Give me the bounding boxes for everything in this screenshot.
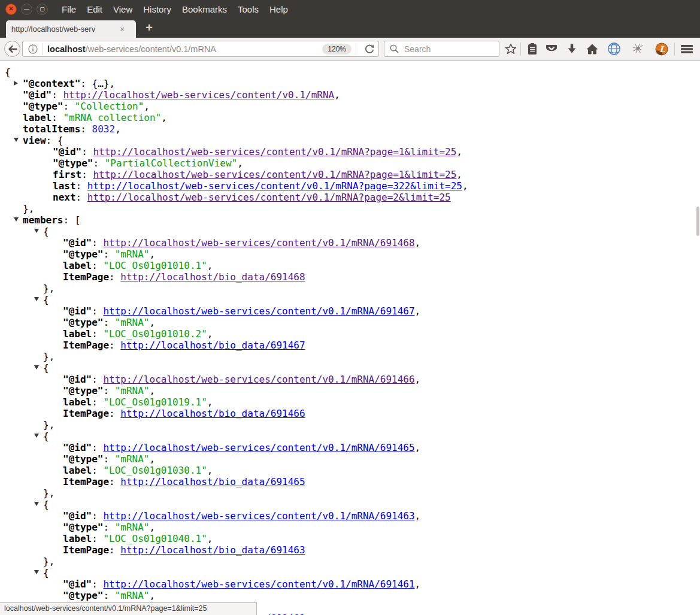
- json-string: "mRNA": [115, 453, 150, 465]
- menu-button[interactable]: [679, 41, 695, 57]
- zoom-level-badge[interactable]: 120%: [322, 44, 351, 54]
- home-button[interactable]: [584, 41, 600, 57]
- json-punct: :: [92, 260, 103, 271]
- collapse-toggle-icon[interactable]: [14, 138, 19, 142]
- reload-button[interactable]: [364, 44, 375, 54]
- collapse-toggle-icon[interactable]: [34, 502, 39, 506]
- json-line: },: [0, 419, 700, 431]
- json-line: {: [0, 362, 700, 374]
- new-tab-button[interactable]: +: [142, 20, 156, 35]
- menu-icon: [680, 43, 693, 56]
- collapse-toggle-icon[interactable]: [34, 365, 39, 369]
- json-punct: {: [43, 362, 49, 374]
- json-line: label: "LOC_Os01g01040.1",: [0, 533, 700, 544]
- menu-item-tools[interactable]: Tools: [238, 4, 259, 14]
- pocket-button[interactable]: [544, 41, 559, 57]
- json-line: "@type": "mRNA",: [0, 453, 700, 465]
- json-link[interactable]: http://localhost/bio_data/691463: [120, 544, 305, 556]
- json-line: "@id": http://localhost/web-services/con…: [0, 146, 700, 157]
- json-viewer: {"@context": {…},"@id": http://localhost…: [0, 61, 700, 615]
- json-link[interactable]: http://localhost/web-services/content/v0…: [87, 180, 462, 192]
- json-link[interactable]: http://localhost/web-services/content/v0…: [103, 442, 414, 453]
- search-icon: [389, 44, 399, 54]
- json-line: },: [0, 487, 700, 499]
- json-punct: :: [92, 510, 103, 522]
- json-key: next: [53, 192, 76, 203]
- menu-item-file[interactable]: File: [62, 4, 76, 14]
- menu-item-view[interactable]: View: [113, 4, 132, 14]
- collapse-toggle-icon[interactable]: [34, 229, 39, 233]
- url-text[interactable]: localhost/web-services/content/v0.1/mRNA: [47, 44, 319, 54]
- json-link[interactable]: http://localhost/web-services/content/v0…: [103, 510, 414, 522]
- json-link[interactable]: http://localhost/bio_data/691468: [120, 271, 305, 283]
- minimize-button[interactable]: —: [21, 4, 32, 15]
- home-icon: [586, 43, 599, 56]
- json-key: "@type": [63, 385, 103, 396]
- json-punct: : {: [46, 135, 63, 146]
- json-link[interactable]: http://localhost/web-services/content/v0…: [93, 146, 456, 157]
- json-punct: ,: [150, 249, 156, 260]
- json-key: label: [63, 328, 92, 340]
- menu-item-help[interactable]: Help: [269, 4, 288, 14]
- status-bar-link-tooltip: localhost/web-services/content/v0.1/mRNA…: [0, 602, 257, 615]
- json-punct: :: [76, 180, 87, 192]
- menu-item-edit[interactable]: Edit: [87, 4, 102, 14]
- maximize-button[interactable]: ▢: [37, 4, 48, 15]
- collapse-toggle-icon[interactable]: [34, 297, 39, 301]
- json-line: first: http://localhost/web-services/con…: [0, 169, 700, 180]
- collapse-toggle-icon[interactable]: [14, 217, 19, 222]
- json-link[interactable]: http://localhost/web-services/content/v0…: [103, 237, 414, 249]
- json-string: "mRNA": [115, 590, 150, 601]
- json-punct: :: [92, 374, 103, 385]
- json-line: "@id": http://localhost/web-services/con…: [0, 89, 700, 101]
- json-punct: :: [81, 169, 93, 180]
- menu-bar: FileEditViewHistoryBookmarksToolsHelp: [62, 4, 288, 14]
- json-line: next: http://localhost/web-services/cont…: [0, 192, 700, 203]
- json-link[interactable]: http://localhost/bio_data/691467: [120, 340, 305, 351]
- back-icon: [7, 44, 19, 54]
- json-line: ItemPage: http://localhost/bio_data/6914…: [0, 408, 700, 419]
- json-number: 8032: [92, 123, 116, 135]
- json-link[interactable]: http://localhost/web-services/content/v0…: [63, 89, 334, 101]
- json-string: "LOC_Os01g01040.1": [103, 533, 207, 544]
- scrollbar-thumb[interactable]: [696, 207, 699, 236]
- tab-close-icon[interactable]: ×: [120, 25, 125, 34]
- json-line: },: [0, 203, 700, 214]
- close-button[interactable]: ✕: [5, 4, 17, 15]
- json-link[interactable]: http://localhost/bio_data/691466: [120, 408, 305, 419]
- json-punct: ,: [115, 123, 121, 135]
- menu-item-history[interactable]: History: [143, 4, 171, 14]
- collapse-toggle-icon[interactable]: [34, 570, 39, 574]
- json-punct: ,: [415, 374, 421, 385]
- extension-spider-button[interactable]: [630, 41, 646, 57]
- menu-item-bookmarks[interactable]: Bookmarks: [182, 4, 227, 14]
- search-bar[interactable]: [384, 41, 499, 57]
- json-link[interactable]: http://localhost/web-services/content/v0…: [103, 305, 414, 317]
- back-button[interactable]: [4, 41, 20, 57]
- tab-active[interactable]: http://localhost/web-serv ×: [6, 20, 136, 38]
- bookmark-star-button[interactable]: [503, 41, 519, 57]
- json-line: totalItems: 8032,: [0, 123, 700, 135]
- clipboard-button[interactable]: [525, 41, 540, 57]
- json-link[interactable]: http://localhost/web-services/content/v0…: [103, 374, 414, 385]
- download-button[interactable]: [564, 41, 580, 57]
- expand-toggle-icon[interactable]: [14, 81, 18, 86]
- extension-l-button[interactable]: L: [654, 41, 669, 57]
- json-key: ItemPage: [63, 544, 109, 556]
- json-link[interactable]: http://localhost/web-services/content/v0…: [103, 578, 414, 590]
- json-punct: ,: [150, 522, 156, 533]
- url-bar[interactable]: localhost/web-services/content/v0.1/mRNA…: [22, 41, 379, 57]
- json-link[interactable]: http://localhost/web-services/content/v0…: [87, 192, 451, 203]
- json-link[interactable]: http://localhost/web-services/content/v0…: [93, 169, 456, 180]
- collapse-toggle-icon[interactable]: [34, 434, 39, 438]
- json-punct: {: [43, 294, 49, 305]
- json-punct: ,: [150, 317, 156, 328]
- search-input[interactable]: [403, 44, 495, 54]
- json-string: "LOC_Os01g01030.1": [103, 465, 207, 476]
- globe-button[interactable]: [606, 41, 622, 57]
- json-link[interactable]: http://localhost/bio_data/691465: [120, 476, 305, 487]
- json-line: "@type": "mRNA",: [0, 317, 700, 328]
- json-punct: :: [103, 385, 114, 396]
- page-info-icon[interactable]: [28, 44, 38, 54]
- json-key: totalItems: [23, 123, 80, 135]
